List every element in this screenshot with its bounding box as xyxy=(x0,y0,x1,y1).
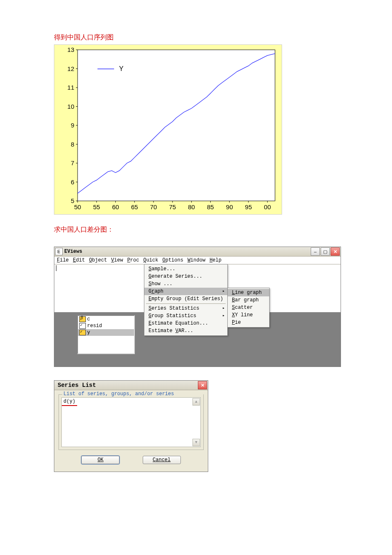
svg-text:55: 55 xyxy=(93,203,100,210)
close-button[interactable]: ✕ xyxy=(331,247,340,256)
minimize-button[interactable]: – xyxy=(311,247,320,256)
svg-text:11: 11 xyxy=(67,84,74,91)
svg-text:10: 10 xyxy=(67,103,74,110)
chk-icon xyxy=(79,323,86,329)
quick-menu[interactable]: Sample...Generate Series...Show ...Graph… xyxy=(144,264,228,336)
diff-caption: 求中国人口差分图： xyxy=(54,225,338,234)
dialog-close-button[interactable]: ✕ xyxy=(198,381,207,389)
menu-edit[interactable]: Edit xyxy=(73,257,85,263)
menuitem-pie[interactable]: Pie xyxy=(228,319,269,326)
series-item-label: resid xyxy=(87,323,102,329)
menuitem-scatter[interactable]: Scatter xyxy=(228,304,269,311)
menu-view[interactable]: View xyxy=(111,257,123,263)
svg-text:12: 12 xyxy=(67,65,74,72)
svg-text:65: 65 xyxy=(131,203,138,210)
series-fieldset: List of series, groups, and/or series ex… xyxy=(58,394,204,450)
menuitem-graph[interactable]: Graph xyxy=(144,288,227,295)
series-item-label: y xyxy=(87,330,90,335)
svg-text:85: 85 xyxy=(207,203,214,210)
dialog-title: Series List xyxy=(55,382,198,389)
chkY-icon xyxy=(79,330,86,335)
series-panel[interactable]: cresidy xyxy=(77,315,135,354)
svg-text:80: 80 xyxy=(188,203,195,210)
svg-text:13: 13 xyxy=(67,47,74,53)
menu-quick[interactable]: Quick xyxy=(143,257,158,263)
menuitem-generate-series-[interactable]: Generate Series... xyxy=(144,273,227,280)
menuitem-estimate-var-[interactable]: Estimate VAR... xyxy=(144,327,227,335)
menuitem-group-statistics[interactable]: Group Statistics xyxy=(144,312,227,320)
menuitem-xy-line[interactable]: XY line xyxy=(228,311,269,319)
menu-proc[interactable]: Proc xyxy=(127,257,139,263)
svg-text:60: 60 xyxy=(112,203,119,210)
series-expression-input[interactable]: d(y) ▲ ▼ xyxy=(61,397,201,447)
menuitem-bar-graph[interactable]: Bar graph xyxy=(228,296,269,304)
eviews-titlebar: E EViews – ▢ ✕ xyxy=(54,247,341,257)
chart-caption: 得到中国人口序列图 xyxy=(54,33,338,42)
cancel-label: Cancel xyxy=(153,457,170,463)
menu-window[interactable]: Window xyxy=(187,257,205,263)
svg-text:8: 8 xyxy=(71,141,74,148)
svg-text:7: 7 xyxy=(71,159,74,166)
eviews-window: E EViews – ▢ ✕ FileEditObjectViewProcQui… xyxy=(54,247,341,367)
series-item-y[interactable]: y xyxy=(78,329,134,336)
series-item-resid[interactable]: resid xyxy=(78,323,134,329)
menuitem-empty-group-edit-series-[interactable]: Empty Group (Edit Series) xyxy=(144,295,227,303)
series-item-c[interactable]: c xyxy=(78,316,134,323)
graph-submenu[interactable]: Line graphBar graphScatterXY linePie xyxy=(227,288,270,328)
chart-svg: 56789101112135055606570758085909500Y xyxy=(57,47,280,213)
cancel-button[interactable]: Cancel xyxy=(143,456,181,464)
menu-help[interactable]: Help xyxy=(209,257,222,263)
series-item-label: c xyxy=(87,316,90,322)
svg-text:90: 90 xyxy=(226,203,233,210)
svg-rect-0 xyxy=(78,50,275,201)
eviews-title: EViews xyxy=(64,249,311,254)
eviews-app-icon: E xyxy=(55,248,63,255)
svg-text:75: 75 xyxy=(169,203,176,210)
svg-text:Y: Y xyxy=(119,65,124,72)
menubar[interactable]: FileEditObjectViewProcQuickOptionsWindow… xyxy=(54,257,341,264)
menu-file[interactable]: File xyxy=(57,257,69,263)
svg-text:95: 95 xyxy=(245,203,252,210)
svg-text:50: 50 xyxy=(74,203,81,210)
menu-options[interactable]: Options xyxy=(162,257,183,263)
population-chart: 56789101112135055606570758085909500Y xyxy=(54,44,282,215)
ok-button[interactable]: OK xyxy=(81,456,119,464)
menuitem-series-statistics[interactable]: Series Statistics xyxy=(144,305,227,312)
scroll-up-icon[interactable]: ▲ xyxy=(192,398,200,406)
svg-text:6: 6 xyxy=(71,178,74,186)
menuitem-sample-[interactable]: Sample... xyxy=(144,265,227,273)
svg-text:00: 00 xyxy=(264,203,271,210)
menu-object[interactable]: Object xyxy=(89,257,107,263)
menuitem-line-graph[interactable]: Line graph xyxy=(228,289,269,296)
menuitem-estimate-equation-[interactable]: Estimate Equation... xyxy=(144,320,227,327)
beta-icon xyxy=(79,316,86,322)
dialog-titlebar: Series List ✕ xyxy=(54,381,208,390)
series-expression-value: d(y) xyxy=(62,398,77,406)
series-list-dialog: Series List ✕ List of series, groups, an… xyxy=(54,380,208,472)
svg-text:70: 70 xyxy=(150,203,157,210)
svg-text:9: 9 xyxy=(71,122,74,129)
maximize-button[interactable]: ▢ xyxy=(321,247,330,256)
ok-label: OK xyxy=(97,457,103,463)
menuitem-show-[interactable]: Show ... xyxy=(144,280,227,288)
scroll-down-icon[interactable]: ▼ xyxy=(192,439,200,446)
